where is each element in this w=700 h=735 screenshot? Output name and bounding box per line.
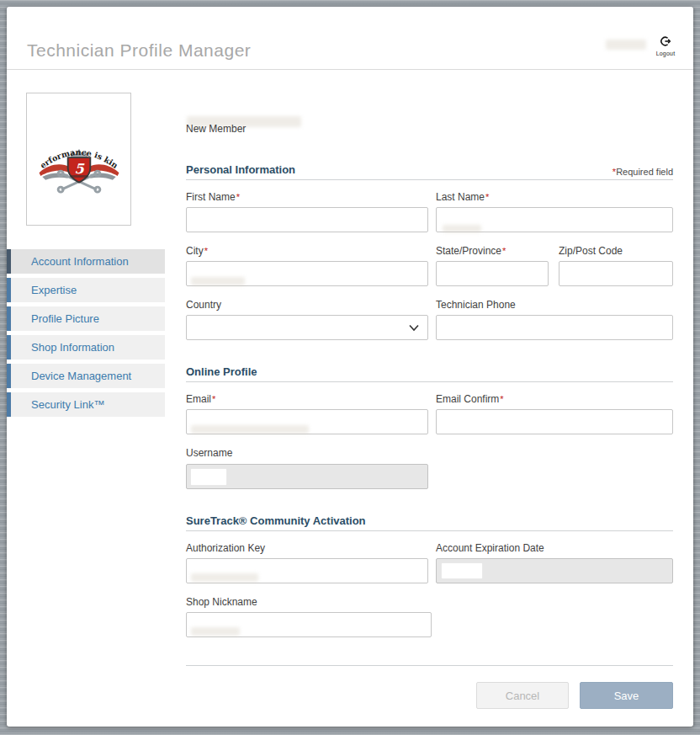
- username-label: Username: [186, 447, 232, 459]
- sidebar-nav: Account Information Expertise Profile Pi…: [7, 249, 165, 421]
- first-name-input[interactable]: [186, 207, 428, 232]
- account-expiration-date-label: Account Expiration Date: [436, 542, 544, 554]
- logout-icon: [660, 37, 671, 50]
- sidebar-item-shop-information[interactable]: Shop Information: [7, 335, 165, 360]
- sidebar-item-label: Security Link™: [31, 398, 104, 411]
- technician-phone-label: Technician Phone: [436, 299, 516, 311]
- section-divider: [186, 381, 673, 382]
- first-name-label: First Name*: [186, 191, 240, 203]
- country-label: Country: [186, 299, 221, 311]
- section-title-suretrack-activation: SureTrack® Community Activation: [186, 514, 366, 527]
- city-label: City*: [186, 245, 208, 257]
- profile-logo-image: 5 performance is king: [31, 121, 127, 197]
- section-divider: [186, 179, 673, 180]
- sidebar-item-label: Profile Picture: [31, 312, 99, 325]
- section-divider: [186, 530, 673, 531]
- authorization-key-input[interactable]: [186, 558, 428, 583]
- sidebar-item-profile-picture[interactable]: Profile Picture: [7, 306, 165, 331]
- required-asterisk: *: [500, 394, 503, 404]
- required-field-note: *Required field: [612, 167, 673, 177]
- city-input[interactable]: [186, 261, 428, 286]
- username-input: [186, 464, 428, 489]
- footer-divider: [186, 665, 673, 666]
- sidebar-item-security-link[interactable]: Security Link™: [7, 392, 165, 417]
- required-asterisk: *: [204, 246, 208, 256]
- member-status-text: New Member: [186, 123, 246, 135]
- header-divider: [7, 69, 693, 70]
- logout-label: Logout: [648, 51, 683, 56]
- section-title-online-profile: Online Profile: [186, 365, 257, 378]
- sidebar-item-label: Shop Information: [31, 341, 114, 354]
- cancel-button[interactable]: Cancel: [476, 682, 569, 709]
- page-background: { "header": { "title": "Technician Profi…: [0, 0, 700, 735]
- required-asterisk: *: [485, 192, 489, 202]
- email-label: Email*: [186, 393, 215, 405]
- last-name-label: Last Name*: [436, 191, 489, 203]
- state-province-input[interactable]: [436, 261, 549, 286]
- logout-button[interactable]: Logout: [648, 35, 683, 56]
- sidebar-item-expertise[interactable]: Expertise: [7, 278, 165, 302]
- zip-post-code-label: Zip/Post Code: [559, 245, 623, 257]
- sidebar-item-label: Account Information: [31, 255, 129, 268]
- chevron-down-icon: [409, 324, 419, 332]
- sidebar-item-account-information[interactable]: Account Information: [7, 249, 165, 274]
- shop-nickname-label: Shop Nickname: [186, 596, 257, 608]
- sidebar-item-device-management[interactable]: Device Management: [7, 364, 165, 388]
- technician-phone-input[interactable]: [436, 315, 673, 340]
- required-asterisk: *: [502, 246, 506, 256]
- shop-nickname-input[interactable]: [186, 612, 432, 637]
- required-asterisk: *: [212, 394, 215, 404]
- required-asterisk: *: [236, 192, 240, 202]
- redacted-header-text: [606, 40, 646, 50]
- last-name-input[interactable]: [436, 207, 673, 232]
- sidebar-item-label: Device Management: [31, 370, 131, 382]
- email-input[interactable]: [186, 409, 428, 434]
- authorization-key-label: Authorization Key: [186, 542, 265, 554]
- page-title: Technician Profile Manager: [27, 40, 251, 61]
- email-confirm-label: Email Confirm*: [436, 393, 504, 405]
- state-province-label: State/Province*: [436, 245, 506, 257]
- technician-profile-manager-window: Technician Profile Manager Logout: [7, 7, 693, 727]
- email-confirm-input[interactable]: [436, 409, 673, 434]
- zip-post-code-input[interactable]: [559, 261, 673, 286]
- save-button[interactable]: Save: [580, 682, 673, 709]
- section-title-personal-information: Personal Information: [186, 163, 295, 176]
- sidebar-item-label: Expertise: [31, 284, 77, 296]
- profile-photo-box: 5 performance is king: [26, 93, 131, 226]
- logo-number: 5: [74, 161, 85, 177]
- country-select[interactable]: [186, 315, 428, 340]
- account-expiration-date-input: [436, 558, 673, 583]
